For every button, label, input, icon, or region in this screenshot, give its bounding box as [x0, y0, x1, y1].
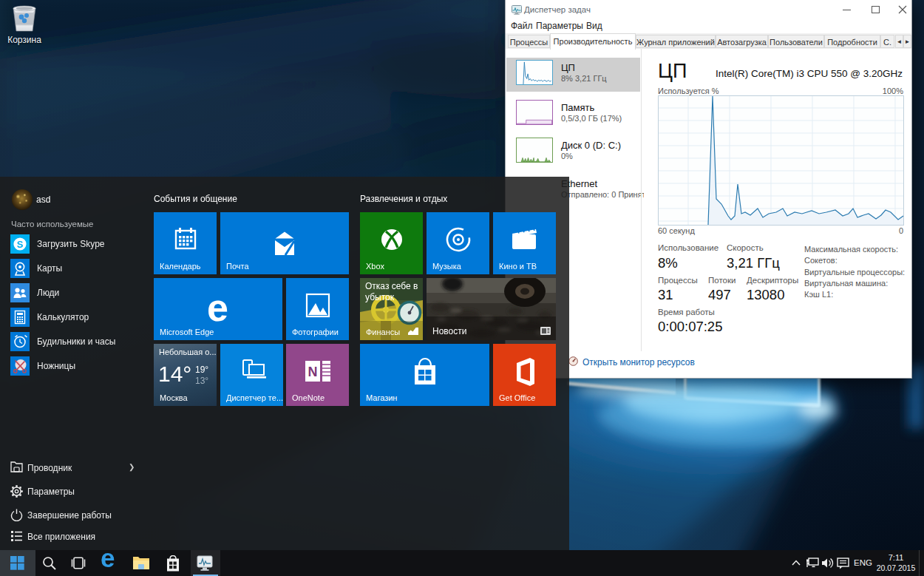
svg-text:S: S [17, 239, 24, 250]
svg-text:N: N [308, 365, 318, 379]
